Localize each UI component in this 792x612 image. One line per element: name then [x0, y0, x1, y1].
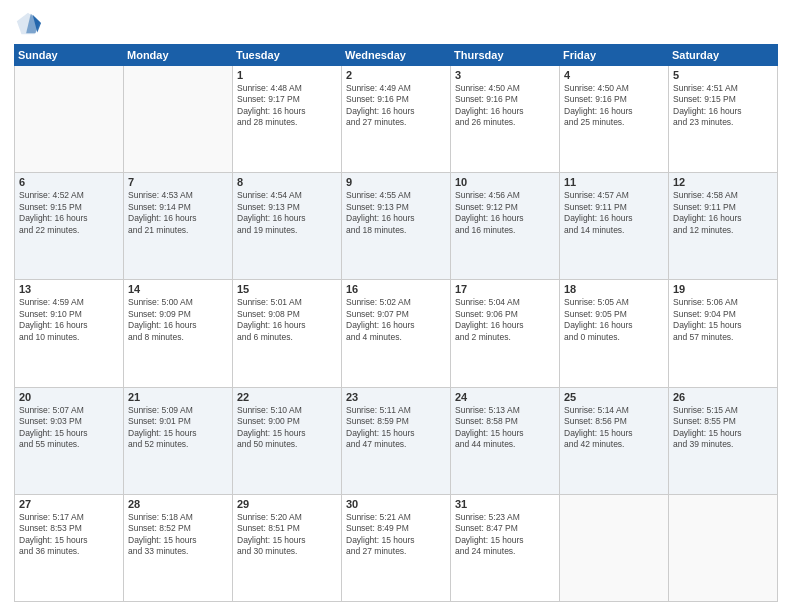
day-content: Sunrise: 4:55 AM Sunset: 9:13 PM Dayligh… [346, 190, 446, 236]
day-number: 1 [237, 69, 337, 81]
day-content: Sunrise: 5:23 AM Sunset: 8:47 PM Dayligh… [455, 512, 555, 558]
logo-icon [14, 10, 42, 38]
calendar-cell: 15Sunrise: 5:01 AM Sunset: 9:08 PM Dayli… [233, 280, 342, 387]
calendar-cell: 20Sunrise: 5:07 AM Sunset: 9:03 PM Dayli… [15, 387, 124, 494]
day-number: 24 [455, 391, 555, 403]
calendar-cell: 18Sunrise: 5:05 AM Sunset: 9:05 PM Dayli… [560, 280, 669, 387]
day-number: 25 [564, 391, 664, 403]
calendar-cell: 19Sunrise: 5:06 AM Sunset: 9:04 PM Dayli… [669, 280, 778, 387]
calendar-cell: 12Sunrise: 4:58 AM Sunset: 9:11 PM Dayli… [669, 173, 778, 280]
day-number: 26 [673, 391, 773, 403]
day-content: Sunrise: 4:52 AM Sunset: 9:15 PM Dayligh… [19, 190, 119, 236]
day-number: 12 [673, 176, 773, 188]
day-number: 4 [564, 69, 664, 81]
day-content: Sunrise: 5:11 AM Sunset: 8:59 PM Dayligh… [346, 405, 446, 451]
calendar-cell: 13Sunrise: 4:59 AM Sunset: 9:10 PM Dayli… [15, 280, 124, 387]
calendar-cell: 2Sunrise: 4:49 AM Sunset: 9:16 PM Daylig… [342, 66, 451, 173]
day-content: Sunrise: 4:54 AM Sunset: 9:13 PM Dayligh… [237, 190, 337, 236]
day-content: Sunrise: 5:18 AM Sunset: 8:52 PM Dayligh… [128, 512, 228, 558]
calendar-cell [560, 494, 669, 601]
day-content: Sunrise: 4:58 AM Sunset: 9:11 PM Dayligh… [673, 190, 773, 236]
page: SundayMondayTuesdayWednesdayThursdayFrid… [0, 0, 792, 612]
calendar-cell: 16Sunrise: 5:02 AM Sunset: 9:07 PM Dayli… [342, 280, 451, 387]
day-number: 10 [455, 176, 555, 188]
day-number: 19 [673, 283, 773, 295]
day-number: 6 [19, 176, 119, 188]
day-content: Sunrise: 4:50 AM Sunset: 9:16 PM Dayligh… [455, 83, 555, 129]
calendar-cell: 30Sunrise: 5:21 AM Sunset: 8:49 PM Dayli… [342, 494, 451, 601]
day-number: 14 [128, 283, 228, 295]
day-content: Sunrise: 5:15 AM Sunset: 8:55 PM Dayligh… [673, 405, 773, 451]
calendar-cell: 4Sunrise: 4:50 AM Sunset: 9:16 PM Daylig… [560, 66, 669, 173]
day-content: Sunrise: 4:48 AM Sunset: 9:17 PM Dayligh… [237, 83, 337, 129]
day-content: Sunrise: 5:01 AM Sunset: 9:08 PM Dayligh… [237, 297, 337, 343]
weekday-header-friday: Friday [560, 45, 669, 66]
calendar-cell: 6Sunrise: 4:52 AM Sunset: 9:15 PM Daylig… [15, 173, 124, 280]
day-number: 29 [237, 498, 337, 510]
calendar-cell: 3Sunrise: 4:50 AM Sunset: 9:16 PM Daylig… [451, 66, 560, 173]
calendar-week-row: 27Sunrise: 5:17 AM Sunset: 8:53 PM Dayli… [15, 494, 778, 601]
day-number: 31 [455, 498, 555, 510]
day-number: 2 [346, 69, 446, 81]
calendar-cell [15, 66, 124, 173]
day-number: 28 [128, 498, 228, 510]
day-content: Sunrise: 5:05 AM Sunset: 9:05 PM Dayligh… [564, 297, 664, 343]
day-content: Sunrise: 5:13 AM Sunset: 8:58 PM Dayligh… [455, 405, 555, 451]
calendar-cell: 26Sunrise: 5:15 AM Sunset: 8:55 PM Dayli… [669, 387, 778, 494]
day-number: 11 [564, 176, 664, 188]
calendar-cell: 10Sunrise: 4:56 AM Sunset: 9:12 PM Dayli… [451, 173, 560, 280]
day-number: 20 [19, 391, 119, 403]
day-content: Sunrise: 5:14 AM Sunset: 8:56 PM Dayligh… [564, 405, 664, 451]
logo [14, 10, 46, 38]
weekday-header-wednesday: Wednesday [342, 45, 451, 66]
weekday-header-tuesday: Tuesday [233, 45, 342, 66]
calendar-cell: 22Sunrise: 5:10 AM Sunset: 9:00 PM Dayli… [233, 387, 342, 494]
day-number: 3 [455, 69, 555, 81]
calendar-cell [124, 66, 233, 173]
day-content: Sunrise: 5:02 AM Sunset: 9:07 PM Dayligh… [346, 297, 446, 343]
day-content: Sunrise: 4:50 AM Sunset: 9:16 PM Dayligh… [564, 83, 664, 129]
calendar-cell: 25Sunrise: 5:14 AM Sunset: 8:56 PM Dayli… [560, 387, 669, 494]
day-number: 8 [237, 176, 337, 188]
weekday-header-monday: Monday [124, 45, 233, 66]
day-content: Sunrise: 5:07 AM Sunset: 9:03 PM Dayligh… [19, 405, 119, 451]
day-content: Sunrise: 5:04 AM Sunset: 9:06 PM Dayligh… [455, 297, 555, 343]
calendar-cell: 9Sunrise: 4:55 AM Sunset: 9:13 PM Daylig… [342, 173, 451, 280]
day-number: 16 [346, 283, 446, 295]
calendar-cell: 7Sunrise: 4:53 AM Sunset: 9:14 PM Daylig… [124, 173, 233, 280]
day-number: 17 [455, 283, 555, 295]
day-number: 7 [128, 176, 228, 188]
day-number: 23 [346, 391, 446, 403]
calendar-cell: 29Sunrise: 5:20 AM Sunset: 8:51 PM Dayli… [233, 494, 342, 601]
calendar-cell: 1Sunrise: 4:48 AM Sunset: 9:17 PM Daylig… [233, 66, 342, 173]
day-content: Sunrise: 5:09 AM Sunset: 9:01 PM Dayligh… [128, 405, 228, 451]
day-number: 9 [346, 176, 446, 188]
calendar-cell: 8Sunrise: 4:54 AM Sunset: 9:13 PM Daylig… [233, 173, 342, 280]
calendar-cell: 11Sunrise: 4:57 AM Sunset: 9:11 PM Dayli… [560, 173, 669, 280]
weekday-header-row: SundayMondayTuesdayWednesdayThursdayFrid… [15, 45, 778, 66]
day-content: Sunrise: 4:57 AM Sunset: 9:11 PM Dayligh… [564, 190, 664, 236]
calendar-cell: 21Sunrise: 5:09 AM Sunset: 9:01 PM Dayli… [124, 387, 233, 494]
day-number: 5 [673, 69, 773, 81]
day-number: 13 [19, 283, 119, 295]
day-number: 27 [19, 498, 119, 510]
calendar-week-row: 1Sunrise: 4:48 AM Sunset: 9:17 PM Daylig… [15, 66, 778, 173]
day-content: Sunrise: 5:20 AM Sunset: 8:51 PM Dayligh… [237, 512, 337, 558]
day-content: Sunrise: 5:17 AM Sunset: 8:53 PM Dayligh… [19, 512, 119, 558]
day-content: Sunrise: 5:21 AM Sunset: 8:49 PM Dayligh… [346, 512, 446, 558]
calendar-cell: 17Sunrise: 5:04 AM Sunset: 9:06 PM Dayli… [451, 280, 560, 387]
day-content: Sunrise: 5:00 AM Sunset: 9:09 PM Dayligh… [128, 297, 228, 343]
day-content: Sunrise: 4:56 AM Sunset: 9:12 PM Dayligh… [455, 190, 555, 236]
day-content: Sunrise: 5:10 AM Sunset: 9:00 PM Dayligh… [237, 405, 337, 451]
calendar-cell [669, 494, 778, 601]
calendar-cell: 14Sunrise: 5:00 AM Sunset: 9:09 PM Dayli… [124, 280, 233, 387]
day-number: 22 [237, 391, 337, 403]
weekday-header-thursday: Thursday [451, 45, 560, 66]
weekday-header-saturday: Saturday [669, 45, 778, 66]
calendar-cell: 31Sunrise: 5:23 AM Sunset: 8:47 PM Dayli… [451, 494, 560, 601]
day-content: Sunrise: 4:53 AM Sunset: 9:14 PM Dayligh… [128, 190, 228, 236]
calendar: SundayMondayTuesdayWednesdayThursdayFrid… [14, 44, 778, 602]
day-number: 18 [564, 283, 664, 295]
calendar-week-row: 6Sunrise: 4:52 AM Sunset: 9:15 PM Daylig… [15, 173, 778, 280]
calendar-cell: 27Sunrise: 5:17 AM Sunset: 8:53 PM Dayli… [15, 494, 124, 601]
